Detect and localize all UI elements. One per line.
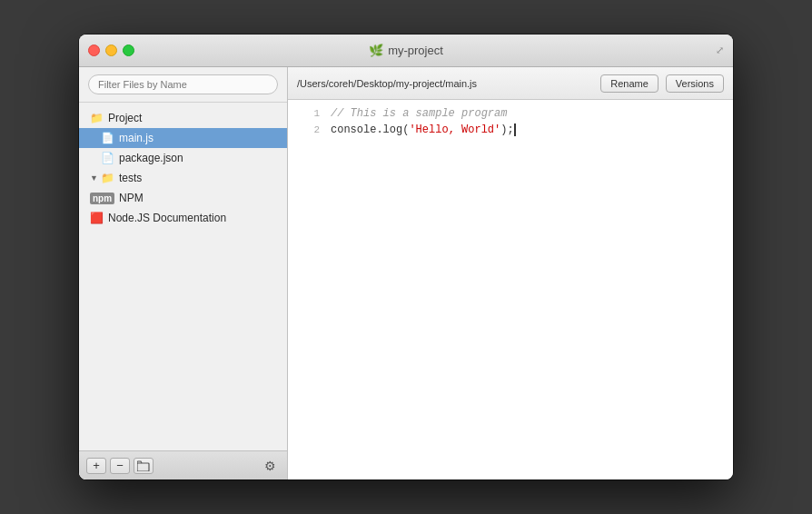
maximize-button[interactable] bbox=[123, 44, 134, 56]
title-icon: 🌿 bbox=[369, 44, 383, 57]
remove-button[interactable]: − bbox=[110, 458, 130, 474]
tree-item-label: NPM bbox=[119, 192, 144, 204]
code-token-method: console.log( bbox=[331, 124, 409, 136]
window-controls bbox=[88, 44, 134, 56]
code-token-comment: // This is a sample program bbox=[331, 107, 507, 120]
search-container bbox=[79, 67, 287, 103]
text-cursor bbox=[514, 124, 516, 136]
folder-add-icon bbox=[137, 460, 150, 471]
tree-item-npm[interactable]: npm NPM bbox=[79, 188, 287, 208]
tree-item-nodejs-docs[interactable]: 🟥 Node.JS Documentation bbox=[79, 208, 287, 228]
svg-rect-0 bbox=[137, 463, 149, 471]
code-line-2: 2 console.log('Hello, World'); bbox=[288, 124, 733, 140]
code-token-punct: ); bbox=[500, 124, 513, 136]
tree-item-package-json[interactable]: 📄 package.json bbox=[79, 148, 287, 168]
file-icon: 📄 bbox=[101, 152, 114, 164]
file-icon: 📄 bbox=[101, 132, 114, 144]
file-tree: 📁 Project 📄 main.js 📄 package.json ▼ 📁 bbox=[79, 103, 287, 450]
close-button[interactable] bbox=[88, 44, 100, 56]
rename-button[interactable]: Rename bbox=[600, 74, 659, 93]
file-path: /Users/coreh/Desktop/my-project/main.js bbox=[297, 78, 593, 89]
minimize-button[interactable] bbox=[105, 44, 117, 56]
tree-item-tests[interactable]: ▼ 📁 tests bbox=[79, 168, 287, 188]
tree-item-label: Project bbox=[108, 112, 142, 124]
tree-item-label: main.js bbox=[119, 132, 153, 144]
expand-button[interactable]: ⤢ bbox=[713, 44, 726, 57]
toggle-icon: ▼ bbox=[90, 173, 98, 183]
versions-button[interactable]: Versions bbox=[666, 74, 724, 93]
add-button[interactable]: + bbox=[86, 458, 106, 474]
tree-item-label: Node.JS Documentation bbox=[108, 212, 226, 224]
editor-header: /Users/coreh/Desktop/my-project/main.js … bbox=[288, 67, 733, 100]
editor-content[interactable]: 1 // This is a sample program 2 console.… bbox=[288, 100, 733, 479]
code-token-string: 'Hello, World' bbox=[409, 124, 500, 136]
main-content: 📁 Project 📄 main.js 📄 package.json ▼ 📁 bbox=[79, 67, 733, 479]
line-code: // This is a sample program bbox=[331, 107, 724, 120]
line-number: 2 bbox=[297, 124, 320, 135]
code-line-1: 1 // This is a sample program bbox=[288, 107, 733, 124]
npm-icon: npm bbox=[90, 193, 114, 204]
title-text: my-project bbox=[388, 44, 443, 57]
sidebar-toolbar: + − ⚙ bbox=[79, 450, 287, 479]
tree-item-project[interactable]: 📁 Project bbox=[79, 108, 287, 128]
nodejs-icon: 🟥 bbox=[90, 212, 104, 224]
tree-item-main-js[interactable]: 📄 main.js bbox=[79, 128, 287, 148]
tree-item-label: package.json bbox=[119, 152, 183, 164]
gear-button[interactable]: ⚙ bbox=[260, 458, 280, 474]
folder-open-icon: 📁 bbox=[90, 112, 104, 124]
editor-panel: /Users/coreh/Desktop/my-project/main.js … bbox=[288, 67, 733, 479]
titlebar: 🌿 my-project ⤢ bbox=[79, 35, 733, 67]
main-window: 🌿 my-project ⤢ 📁 Project 📄 main.js bbox=[79, 35, 733, 479]
sidebar: 📁 Project 📄 main.js 📄 package.json ▼ 📁 bbox=[79, 67, 288, 479]
window-title: 🌿 my-project bbox=[369, 44, 443, 57]
search-input[interactable] bbox=[88, 74, 278, 94]
line-number: 1 bbox=[297, 108, 320, 119]
add-folder-button[interactable] bbox=[134, 458, 153, 474]
line-code: console.log('Hello, World'); bbox=[331, 124, 724, 136]
folder-icon: 📁 bbox=[101, 172, 114, 184]
tree-item-label: tests bbox=[119, 172, 142, 184]
